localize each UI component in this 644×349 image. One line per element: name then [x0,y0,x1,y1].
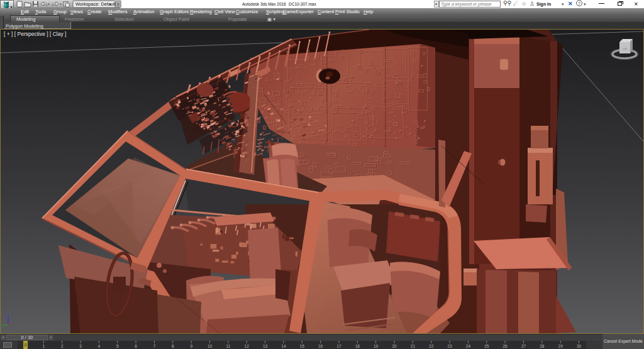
svg-text:23: 23 [447,344,452,348]
svg-text:28: 28 [540,344,545,348]
svg-text:12: 12 [245,344,250,348]
svg-text:16: 16 [318,344,323,348]
svg-text:26: 26 [502,344,508,348]
svg-text:[ + ] [ Perspective ] [ Clay ]: [ + ] [ Perspective ] [ Clay ] [4,31,66,37]
svg-text:UP: UP [623,47,628,51]
svg-text:29: 29 [558,344,564,348]
svg-text:z: z [7,312,9,316]
svg-text:25: 25 [484,344,489,348]
svg-text:1: 1 [42,344,45,348]
svg-text:19: 19 [374,344,379,348]
svg-text:30: 30 [577,344,582,348]
svg-text:6: 6 [135,344,137,348]
svg-text:7: 7 [153,344,156,348]
svg-text:5: 5 [116,344,119,348]
svg-text:21: 21 [411,344,416,348]
svg-text:13: 13 [263,344,268,348]
svg-text:▾: ▾ [109,3,111,6]
svg-text:3: 3 [79,344,82,348]
svg-text:27: 27 [521,344,526,348]
svg-text:15: 15 [300,344,305,348]
svg-text:8: 8 [172,344,174,348]
svg-text:4: 4 [98,344,101,348]
svg-text:9: 9 [190,344,192,348]
svg-text:17: 17 [336,344,341,348]
svg-text:10: 10 [208,344,213,348]
svg-text:24: 24 [466,344,471,348]
svg-text:22: 22 [429,344,434,348]
svg-text:11: 11 [226,344,231,348]
svg-text:18: 18 [355,344,360,348]
svg-text:14: 14 [281,344,286,348]
svg-text:20: 20 [392,344,397,348]
svg-text:2: 2 [61,344,64,348]
